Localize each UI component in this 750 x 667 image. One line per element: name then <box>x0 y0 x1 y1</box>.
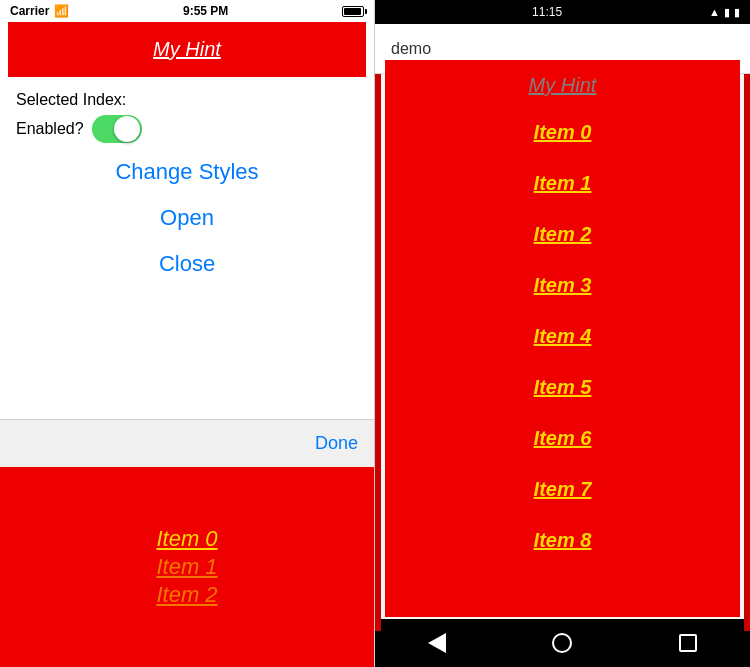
dropdown-item-text-2: Item 2 <box>534 223 592 246</box>
recent-button[interactable] <box>679 634 697 652</box>
dropdown-item-text-3: Item 3 <box>534 274 592 297</box>
dropdown-item-3[interactable]: Item 3 <box>385 260 740 311</box>
dropdown-item-text-8: Item 8 <box>534 529 592 552</box>
done-button[interactable]: Done <box>315 433 358 454</box>
android-panel: 11:15 ▲ ▮ ▮ demo SelecEnab My Hint Item … <box>375 0 750 667</box>
dropdown-item-0[interactable]: Item 0 <box>385 107 740 158</box>
battery-icon <box>342 6 364 17</box>
ios-hint-text: My Hint <box>153 38 221 61</box>
dropdown-item-5[interactable]: Item 5 <box>385 362 740 413</box>
ios-bottom-item-1: Item 1 <box>156 554 217 580</box>
scroll-indicator-left <box>375 74 381 631</box>
dropdown-item-text-7: Item 7 <box>534 478 592 501</box>
android-status-icons: ▲ ▮ ▮ <box>709 6 740 19</box>
toggle-thumb <box>114 116 140 142</box>
android-wifi-icon: ▲ <box>709 6 720 18</box>
ios-form: Selected Index: Enabled? Change Styles O… <box>0 77 374 419</box>
dropdown-item-1[interactable]: Item 1 <box>385 158 740 209</box>
selected-index-label: Selected Index: <box>16 91 126 109</box>
android-time: 11:15 <box>532 5 562 19</box>
ios-hint-bar: My Hint <box>8 22 366 77</box>
scroll-indicator-right <box>744 74 750 631</box>
back-icon <box>428 633 446 653</box>
ios-bottom-item-0: Item 0 <box>156 526 217 552</box>
dropdown-item-text-1: Item 1 <box>534 172 592 195</box>
home-icon <box>552 633 572 653</box>
ios-panel: Carrier 📶 9:55 PM My Hint Selected Index… <box>0 0 375 667</box>
recent-icon <box>679 634 697 652</box>
dropdown-item-text-4: Item 4 <box>534 325 592 348</box>
dropdown-item-4[interactable]: Item 4 <box>385 311 740 362</box>
dropdown-hint-text: My Hint <box>529 74 597 96</box>
android-dropdown: My Hint Item 0Item 1Item 2Item 3Item 4It… <box>385 60 740 617</box>
wifi-icon: 📶 <box>54 4 69 18</box>
dropdown-item-text-6: Item 6 <box>534 427 592 450</box>
android-app-title: demo <box>391 40 431 58</box>
selected-index-row: Selected Index: <box>16 91 358 109</box>
dropdown-item-6[interactable]: Item 6 <box>385 413 740 464</box>
carrier-label: Carrier <box>10 4 49 18</box>
ios-done-bar: Done <box>0 419 374 467</box>
dropdown-item-7[interactable]: Item 7 <box>385 464 740 515</box>
home-button[interactable] <box>552 633 572 653</box>
ios-status-bar: Carrier 📶 9:55 PM <box>0 0 374 22</box>
dropdown-hint-row: My Hint <box>385 60 740 107</box>
back-button[interactable] <box>428 633 446 653</box>
dropdown-item-text-0: Item 0 <box>534 121 592 144</box>
ios-status-right <box>342 6 364 17</box>
android-status-bar: 11:15 ▲ ▮ ▮ <box>375 0 750 24</box>
ios-bottom-item-2: Item 2 <box>156 582 217 608</box>
enabled-toggle[interactable] <box>92 115 142 143</box>
close-button[interactable]: Close <box>16 241 358 287</box>
android-signal-icon: ▮ <box>724 6 730 19</box>
change-styles-button[interactable]: Change Styles <box>16 149 358 195</box>
ios-status-left: Carrier 📶 <box>10 4 69 18</box>
android-battery-icon: ▮ <box>734 6 740 19</box>
android-nav-bar <box>375 619 750 667</box>
ios-bottom-area: Item 0Item 1Item 2 <box>0 467 374 667</box>
dropdown-item-2[interactable]: Item 2 <box>385 209 740 260</box>
enabled-row: Enabled? <box>16 115 358 143</box>
enabled-label: Enabled? <box>16 120 84 138</box>
ios-time: 9:55 PM <box>183 4 228 18</box>
dropdown-item-8[interactable]: Item 8 <box>385 515 740 566</box>
open-button[interactable]: Open <box>16 195 358 241</box>
dropdown-item-text-5: Item 5 <box>534 376 592 399</box>
